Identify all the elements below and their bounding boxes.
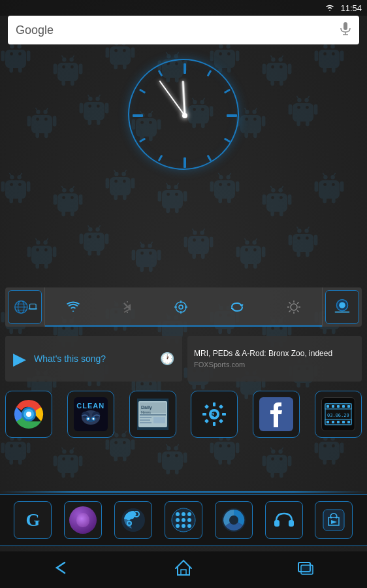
app-drawer-icon[interactable] <box>165 501 202 539</box>
svg-point-67 <box>87 418 89 420</box>
plum-dock-icon[interactable] <box>64 501 102 539</box>
bluetooth-toggle[interactable] <box>118 295 137 319</box>
svg-rect-129 <box>301 565 313 574</box>
widget-row: ▶ What's this song? 🕐 MRI, PEDs & A-Rod:… <box>5 336 362 382</box>
steam-dock-icon[interactable] <box>114 501 152 539</box>
svg-rect-11 <box>343 22 347 30</box>
svg-rect-86 <box>219 404 223 409</box>
svg-point-125 <box>336 517 338 519</box>
svg-rect-14 <box>184 63 186 74</box>
headphones-dock-icon[interactable] <box>265 501 303 539</box>
svg-line-26 <box>183 82 185 116</box>
svg-point-111 <box>187 512 191 516</box>
svg-point-39 <box>179 305 183 309</box>
svg-point-109 <box>176 512 180 516</box>
toggle-bar <box>5 287 362 327</box>
dock: G <box>0 494 367 546</box>
svg-line-51 <box>297 302 298 304</box>
svg-point-115 <box>176 524 180 528</box>
svg-line-50 <box>297 310 298 312</box>
svg-rect-97 <box>347 405 350 408</box>
news-source: FOXSports.com <box>194 361 355 368</box>
svg-rect-20 <box>184 157 186 168</box>
google-dock-icon[interactable]: G <box>14 501 52 539</box>
svg-point-119 <box>229 515 238 525</box>
svg-point-116 <box>182 524 185 528</box>
svg-rect-85 <box>204 404 209 409</box>
history-icon[interactable]: 🕐 <box>160 351 174 366</box>
news-widget[interactable]: MRI, PEDs & A-Rod: Bronx Zoo, indeed FOX… <box>187 336 362 382</box>
google-letter: G <box>26 510 40 531</box>
play-store-dock-icon[interactable] <box>315 501 353 539</box>
svg-rect-22 <box>139 138 146 143</box>
newspaper-app-icon[interactable]: Daily News <box>129 391 176 438</box>
recent-apps-button[interactable] <box>283 555 328 585</box>
svg-rect-102 <box>347 421 350 423</box>
pie-dock-icon[interactable] <box>215 501 253 539</box>
svg-point-124 <box>330 517 332 519</box>
right-side-icon[interactable] <box>325 290 359 324</box>
news-title: MRI, PEDs & A-Rod: Bronx Zoo, indeed <box>194 349 355 359</box>
svg-rect-121 <box>274 520 279 527</box>
svg-point-54 <box>339 302 345 308</box>
home-button[interactable] <box>161 554 206 585</box>
svg-rect-127 <box>181 570 186 575</box>
svg-rect-25 <box>158 70 163 76</box>
brightness-toggle[interactable] <box>281 295 306 319</box>
svg-rect-94 <box>332 405 334 408</box>
wifi-toggle[interactable] <box>61 296 86 318</box>
google-settings-app-icon[interactable]: g <box>191 391 238 438</box>
film-app-icon[interactable]: 03.06.29 <box>315 391 362 438</box>
svg-rect-87 <box>204 419 209 423</box>
svg-point-107 <box>128 522 131 525</box>
svg-text:03.06.29: 03.06.29 <box>327 413 349 418</box>
app-icons-row: CLEAN Daily <box>5 391 362 438</box>
svg-rect-23 <box>133 114 143 117</box>
play-icon[interactable]: ▶ <box>13 349 26 369</box>
svg-point-66 <box>88 419 93 422</box>
svg-point-68 <box>92 418 94 420</box>
svg-point-114 <box>187 518 191 522</box>
svg-rect-93 <box>327 405 329 408</box>
svg-rect-34 <box>30 304 37 309</box>
left-side-icon[interactable] <box>8 290 42 324</box>
svg-rect-81 <box>213 402 215 406</box>
facebook-app-icon[interactable] <box>253 391 300 438</box>
clean-app-icon[interactable]: CLEAN <box>67 391 114 438</box>
dock-separator <box>0 491 367 493</box>
mic-icon[interactable] <box>340 22 351 39</box>
svg-rect-1 <box>1 14 6 27</box>
song-title: What's this song? <box>34 353 152 364</box>
clock-widget <box>128 59 239 170</box>
svg-rect-24 <box>139 89 146 94</box>
svg-rect-16 <box>224 89 231 94</box>
svg-rect-123 <box>323 510 344 531</box>
search-bar[interactable]: Google <box>8 16 359 44</box>
svg-point-110 <box>182 512 185 516</box>
svg-point-44 <box>291 304 297 310</box>
svg-rect-101 <box>342 421 345 423</box>
svg-point-113 <box>182 518 185 522</box>
song-widget[interactable]: ▶ What's this song? 🕐 <box>5 336 182 382</box>
svg-point-60 <box>26 412 31 417</box>
svg-rect-100 <box>337 421 340 423</box>
svg-rect-18 <box>224 138 231 143</box>
svg-point-112 <box>176 518 180 522</box>
svg-rect-95 <box>337 405 340 408</box>
chrome-app-icon[interactable] <box>5 391 52 438</box>
svg-point-28 <box>182 113 187 118</box>
gps-toggle[interactable] <box>168 295 193 319</box>
svg-point-117 <box>187 524 191 528</box>
status-time: 11:54 <box>340 3 362 13</box>
svg-line-49 <box>289 302 290 304</box>
sync-toggle[interactable] <box>225 295 249 319</box>
status-bar: 11:54 <box>0 0 367 16</box>
svg-text:g: g <box>210 410 214 419</box>
svg-rect-19 <box>207 155 212 161</box>
svg-line-27 <box>160 81 185 116</box>
svg-rect-56 <box>335 312 350 313</box>
search-placeholder: Google <box>16 24 340 37</box>
nav-bar <box>0 551 367 588</box>
back-button[interactable] <box>39 555 84 585</box>
svg-rect-88 <box>219 419 223 423</box>
